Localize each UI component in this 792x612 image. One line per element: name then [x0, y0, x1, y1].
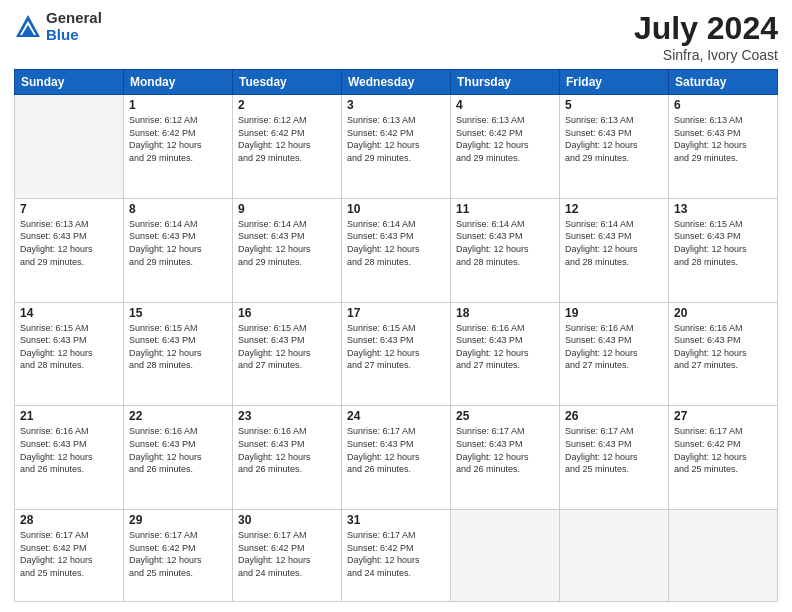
table-row: 28Sunrise: 6:17 AM Sunset: 6:42 PM Dayli…: [15, 510, 124, 602]
table-row: 20Sunrise: 6:16 AM Sunset: 6:43 PM Dayli…: [669, 302, 778, 406]
header-thursday: Thursday: [451, 70, 560, 95]
day-info: Sunrise: 6:16 AM Sunset: 6:43 PM Dayligh…: [456, 322, 554, 372]
day-number: 10: [347, 202, 445, 216]
day-info: Sunrise: 6:17 AM Sunset: 6:43 PM Dayligh…: [456, 425, 554, 475]
table-row: [15, 95, 124, 199]
day-info: Sunrise: 6:13 AM Sunset: 6:42 PM Dayligh…: [456, 114, 554, 164]
day-info: Sunrise: 6:14 AM Sunset: 6:43 PM Dayligh…: [456, 218, 554, 268]
day-info: Sunrise: 6:14 AM Sunset: 6:43 PM Dayligh…: [347, 218, 445, 268]
table-row: 26Sunrise: 6:17 AM Sunset: 6:43 PM Dayli…: [560, 406, 669, 510]
table-row: 14Sunrise: 6:15 AM Sunset: 6:43 PM Dayli…: [15, 302, 124, 406]
table-row: 23Sunrise: 6:16 AM Sunset: 6:43 PM Dayli…: [233, 406, 342, 510]
day-number: 17: [347, 306, 445, 320]
day-number: 2: [238, 98, 336, 112]
day-info: Sunrise: 6:17 AM Sunset: 6:42 PM Dayligh…: [129, 529, 227, 579]
calendar-table: Sunday Monday Tuesday Wednesday Thursday…: [14, 69, 778, 602]
day-number: 8: [129, 202, 227, 216]
day-number: 5: [565, 98, 663, 112]
day-info: Sunrise: 6:16 AM Sunset: 6:43 PM Dayligh…: [565, 322, 663, 372]
calendar-header-row: Sunday Monday Tuesday Wednesday Thursday…: [15, 70, 778, 95]
table-row: 16Sunrise: 6:15 AM Sunset: 6:43 PM Dayli…: [233, 302, 342, 406]
header-saturday: Saturday: [669, 70, 778, 95]
day-number: 30: [238, 513, 336, 527]
page: General Blue July 2024 Sinfra, Ivory Coa…: [0, 0, 792, 612]
day-info: Sunrise: 6:14 AM Sunset: 6:43 PM Dayligh…: [565, 218, 663, 268]
day-number: 27: [674, 409, 772, 423]
day-info: Sunrise: 6:17 AM Sunset: 6:42 PM Dayligh…: [238, 529, 336, 579]
day-number: 22: [129, 409, 227, 423]
day-info: Sunrise: 6:13 AM Sunset: 6:43 PM Dayligh…: [565, 114, 663, 164]
table-row: 25Sunrise: 6:17 AM Sunset: 6:43 PM Dayli…: [451, 406, 560, 510]
logo-icon: [14, 13, 42, 41]
day-number: 24: [347, 409, 445, 423]
day-info: Sunrise: 6:15 AM Sunset: 6:43 PM Dayligh…: [238, 322, 336, 372]
table-row: 29Sunrise: 6:17 AM Sunset: 6:42 PM Dayli…: [124, 510, 233, 602]
table-row: 3Sunrise: 6:13 AM Sunset: 6:42 PM Daylig…: [342, 95, 451, 199]
table-row: 13Sunrise: 6:15 AM Sunset: 6:43 PM Dayli…: [669, 198, 778, 302]
day-number: 1: [129, 98, 227, 112]
table-row: 21Sunrise: 6:16 AM Sunset: 6:43 PM Dayli…: [15, 406, 124, 510]
day-info: Sunrise: 6:17 AM Sunset: 6:43 PM Dayligh…: [347, 425, 445, 475]
table-row: 8Sunrise: 6:14 AM Sunset: 6:43 PM Daylig…: [124, 198, 233, 302]
day-number: 6: [674, 98, 772, 112]
header-monday: Monday: [124, 70, 233, 95]
day-number: 11: [456, 202, 554, 216]
table-row: 15Sunrise: 6:15 AM Sunset: 6:43 PM Dayli…: [124, 302, 233, 406]
day-number: 15: [129, 306, 227, 320]
table-row: 9Sunrise: 6:14 AM Sunset: 6:43 PM Daylig…: [233, 198, 342, 302]
day-info: Sunrise: 6:15 AM Sunset: 6:43 PM Dayligh…: [347, 322, 445, 372]
header-friday: Friday: [560, 70, 669, 95]
day-info: Sunrise: 6:17 AM Sunset: 6:43 PM Dayligh…: [565, 425, 663, 475]
day-info: Sunrise: 6:12 AM Sunset: 6:42 PM Dayligh…: [238, 114, 336, 164]
day-info: Sunrise: 6:17 AM Sunset: 6:42 PM Dayligh…: [347, 529, 445, 579]
table-row: 22Sunrise: 6:16 AM Sunset: 6:43 PM Dayli…: [124, 406, 233, 510]
header: General Blue July 2024 Sinfra, Ivory Coa…: [14, 10, 778, 63]
table-row: 17Sunrise: 6:15 AM Sunset: 6:43 PM Dayli…: [342, 302, 451, 406]
day-info: Sunrise: 6:12 AM Sunset: 6:42 PM Dayligh…: [129, 114, 227, 164]
day-number: 7: [20, 202, 118, 216]
day-info: Sunrise: 6:13 AM Sunset: 6:42 PM Dayligh…: [347, 114, 445, 164]
table-row: 2Sunrise: 6:12 AM Sunset: 6:42 PM Daylig…: [233, 95, 342, 199]
day-info: Sunrise: 6:16 AM Sunset: 6:43 PM Dayligh…: [129, 425, 227, 475]
day-info: Sunrise: 6:13 AM Sunset: 6:43 PM Dayligh…: [20, 218, 118, 268]
day-info: Sunrise: 6:15 AM Sunset: 6:43 PM Dayligh…: [20, 322, 118, 372]
header-tuesday: Tuesday: [233, 70, 342, 95]
table-row: 31Sunrise: 6:17 AM Sunset: 6:42 PM Dayli…: [342, 510, 451, 602]
day-number: 12: [565, 202, 663, 216]
day-number: 19: [565, 306, 663, 320]
logo-blue-text: Blue: [46, 27, 102, 44]
day-info: Sunrise: 6:16 AM Sunset: 6:43 PM Dayligh…: [238, 425, 336, 475]
day-number: 26: [565, 409, 663, 423]
table-row: 19Sunrise: 6:16 AM Sunset: 6:43 PM Dayli…: [560, 302, 669, 406]
day-info: Sunrise: 6:17 AM Sunset: 6:42 PM Dayligh…: [20, 529, 118, 579]
table-row: 12Sunrise: 6:14 AM Sunset: 6:43 PM Dayli…: [560, 198, 669, 302]
table-row: [669, 510, 778, 602]
table-row: 6Sunrise: 6:13 AM Sunset: 6:43 PM Daylig…: [669, 95, 778, 199]
day-number: 20: [674, 306, 772, 320]
day-info: Sunrise: 6:14 AM Sunset: 6:43 PM Dayligh…: [238, 218, 336, 268]
day-info: Sunrise: 6:16 AM Sunset: 6:43 PM Dayligh…: [674, 322, 772, 372]
day-number: 16: [238, 306, 336, 320]
day-info: Sunrise: 6:17 AM Sunset: 6:42 PM Dayligh…: [674, 425, 772, 475]
table-row: 4Sunrise: 6:13 AM Sunset: 6:42 PM Daylig…: [451, 95, 560, 199]
day-info: Sunrise: 6:13 AM Sunset: 6:43 PM Dayligh…: [674, 114, 772, 164]
day-number: 21: [20, 409, 118, 423]
logo: General Blue: [14, 10, 102, 43]
day-number: 29: [129, 513, 227, 527]
day-number: 28: [20, 513, 118, 527]
table-row: 27Sunrise: 6:17 AM Sunset: 6:42 PM Dayli…: [669, 406, 778, 510]
day-number: 31: [347, 513, 445, 527]
day-number: 23: [238, 409, 336, 423]
title-block: July 2024 Sinfra, Ivory Coast: [634, 10, 778, 63]
day-number: 18: [456, 306, 554, 320]
logo-general-text: General: [46, 10, 102, 27]
day-number: 13: [674, 202, 772, 216]
logo-text: General Blue: [46, 10, 102, 43]
table-row: 24Sunrise: 6:17 AM Sunset: 6:43 PM Dayli…: [342, 406, 451, 510]
table-row: 1Sunrise: 6:12 AM Sunset: 6:42 PM Daylig…: [124, 95, 233, 199]
day-info: Sunrise: 6:16 AM Sunset: 6:43 PM Dayligh…: [20, 425, 118, 475]
table-row: 11Sunrise: 6:14 AM Sunset: 6:43 PM Dayli…: [451, 198, 560, 302]
table-row: 18Sunrise: 6:16 AM Sunset: 6:43 PM Dayli…: [451, 302, 560, 406]
day-number: 9: [238, 202, 336, 216]
header-sunday: Sunday: [15, 70, 124, 95]
